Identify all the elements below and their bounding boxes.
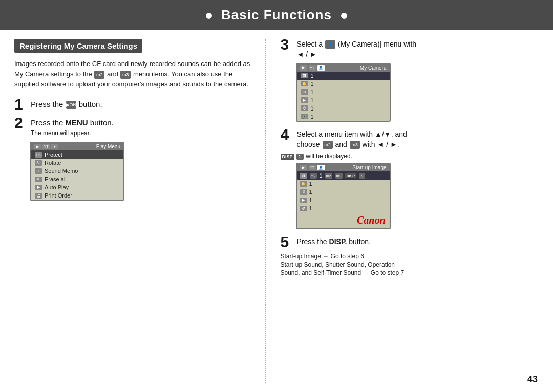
step-4-header: 4 Select a menu item with ▲/▼, and choos… — [281, 129, 539, 150]
section-title: Registering My Camera Settings — [14, 39, 142, 53]
mycam-tab-play: ▶ — [300, 65, 307, 71]
step-4: 4 Select a menu item with ▲/▼, and choos… — [281, 129, 539, 230]
step-1: 1 Press the ▶ON button. — [14, 99, 255, 112]
step-5-number: 5 — [281, 234, 294, 250]
header-dot-left — [206, 13, 212, 19]
step-3-text: Select a 👤 (My Camera)] menu with ◄ / ► — [297, 39, 417, 60]
play-menu-screen: ▶ YT ♦ Play Menu On Protect ↻ Rotate ♪ S… — [30, 142, 124, 201]
mycam-header: ▶ YT 👤 My Camera — [297, 64, 390, 72]
mycam-tabs: ▶ YT 👤 — [300, 65, 325, 71]
page-number: 43 — [527, 374, 538, 385]
mycam-icon-6: 🔊 — [301, 114, 308, 119]
step-1-number: 1 — [14, 97, 28, 112]
startup-header: ▶ YT 👤 Start-up Image — [297, 164, 390, 171]
step-3-header: 3 Select a 👤 (My Camera)] menu with ◄ / … — [281, 39, 539, 60]
step-5-header: 5 Press the DISP. button. — [281, 236, 539, 250]
play-menu-item-erase: ✕ Erase all — [31, 175, 123, 183]
play-on-icon: ▶ON — [66, 101, 76, 109]
play-menu-item-protect: On Protect — [31, 150, 123, 159]
startup-row-3: ⚙ 1 — [297, 188, 390, 196]
step-2-number: 2 — [14, 115, 28, 130]
step-2: 2 Press the MENU button. The menu will a… — [14, 117, 255, 137]
header-dot-right — [341, 13, 347, 19]
mycam-icon-4: ▶ — [301, 97, 308, 103]
print-icon: 🖨 — [35, 193, 42, 199]
play-menu-header: ▶ YT ♦ Play Menu — [31, 143, 123, 150]
mycam-icon-2: 🔔 — [301, 81, 308, 86]
step-5-note-2: Start-up Sound, Shutter Sound, Operation — [281, 261, 539, 268]
step-1-text: Press the ▶ON button. — [31, 99, 255, 110]
disp-arrow-icon: ↻ — [296, 154, 304, 160]
mycam-val-1: 1 — [311, 73, 314, 79]
body-text: Images recorded onto the CF card and new… — [14, 59, 255, 90]
mycam-title: My Camera — [360, 65, 387, 71]
mycam-icon-3: ⚙ — [301, 89, 308, 95]
startup-val-3: 1 — [309, 189, 312, 195]
left-column: Registering My Camera Settings Images re… — [14, 39, 266, 383]
step-3: 3 Select a 👤 (My Camera)] menu with ◄ / … — [281, 39, 539, 122]
startup-tab-cam: 👤 — [317, 165, 325, 170]
startup-timer-icon: ⏱ — [300, 206, 307, 211]
startup-play-icon: ▶ — [300, 198, 307, 203]
step-5: 5 Press the DISP. button. Start-up Image… — [281, 236, 539, 276]
startup-title: Start-up Image — [352, 165, 386, 170]
autoplay-icon: ▶ — [35, 185, 42, 190]
mycam-val-3: 1 — [311, 89, 314, 95]
play-tab-icon: ▶ — [34, 144, 41, 149]
m2-icon: m2 — [323, 141, 333, 149]
startup-tab-play: ▶ — [300, 165, 307, 170]
mycam-row-5: ⏱ 1 — [297, 104, 390, 113]
protect-label: Protect — [45, 151, 62, 158]
startup-tab-yt: YT — [309, 165, 316, 170]
startup-val-1: 1 — [320, 172, 323, 179]
startup-row-5: ⏱ 1 — [297, 204, 390, 212]
startup-img-icon: 🖼 — [300, 173, 307, 179]
startup-row-4: ▶ 1 — [297, 196, 390, 204]
step-2-note: The menu will appear. — [31, 129, 255, 137]
play-menu-item-rotate: ↻ Rotate — [31, 159, 123, 167]
startup-sound-icon: 🔔 — [300, 181, 307, 187]
step-4-text: Select a menu item with ▲/▼, and choose … — [297, 129, 407, 150]
startup-val-5: 1 — [309, 205, 312, 211]
autoplay-label: Auto Play — [45, 184, 69, 190]
startup-image-screen: ▶ YT 👤 Start-up Image 🖼 m2 1 m2 m3 DISP … — [296, 163, 391, 229]
mycam-row-2: 🔔 1 — [297, 80, 390, 88]
erase-label: Erase all — [45, 176, 67, 182]
play-menu-title: Play Menu — [96, 144, 120, 149]
main-content: Registering My Camera Settings Images re… — [0, 30, 553, 392]
mycam-tab-cam: 👤 — [317, 65, 325, 71]
startup-row-2: 🔔 1 — [297, 180, 390, 188]
step-1-content: Press the ▶ON button. — [31, 99, 255, 110]
diamond-tab-icon: ♦ — [51, 144, 58, 149]
my-camera-screen: ▶ YT 👤 My Camera 🖼 1 🔔 1 ⚙ 1 — [296, 63, 391, 122]
step-3-nav: ◄ / ► — [297, 50, 317, 58]
mycam-val-6: 1 — [311, 114, 314, 120]
icon-m3: m3 — [120, 71, 131, 79]
mycam-icon-5: ⏱ — [301, 105, 308, 111]
canon-logo: Canon — [297, 212, 390, 228]
mycam-row-6: 🔊 1 — [297, 113, 390, 121]
step-3-number: 3 — [281, 37, 294, 52]
rotate-label: Rotate — [45, 160, 61, 166]
mycam-val-5: 1 — [311, 105, 314, 112]
right-column: 3 Select a 👤 (My Camera)] menu with ◄ / … — [266, 39, 539, 383]
mycam-row-3: ⚙ 1 — [297, 88, 390, 96]
mycam-icon-1: 🖼 — [301, 73, 308, 78]
protect-icon: On — [35, 152, 42, 158]
startup-val-2: 1 — [309, 181, 312, 187]
header-title-text: Basic Functions — [221, 7, 332, 23]
startup-m2-2: m2 — [325, 173, 332, 179]
step-2-content: Press the MENU button. The menu will app… — [31, 117, 255, 137]
disp-badge: DISP — [281, 154, 294, 160]
play-menu-icons: ▶ YT ♦ — [34, 144, 58, 149]
step-5-text: Press the DISP. button. — [297, 236, 371, 247]
mycam-tab-yt: YT — [309, 65, 316, 71]
header-title: Basic Functions — [201, 7, 352, 23]
startup-val-4: 1 — [309, 197, 312, 203]
mycam-val-2: 1 — [311, 81, 314, 87]
sound-memo-icon: ♪ — [35, 168, 42, 174]
startup-m3-1: m3 — [335, 173, 343, 179]
step-4-number: 4 — [281, 127, 294, 142]
icon-m2: m2 — [94, 71, 104, 79]
mycam-row-4: ▶ 1 — [297, 96, 390, 104]
